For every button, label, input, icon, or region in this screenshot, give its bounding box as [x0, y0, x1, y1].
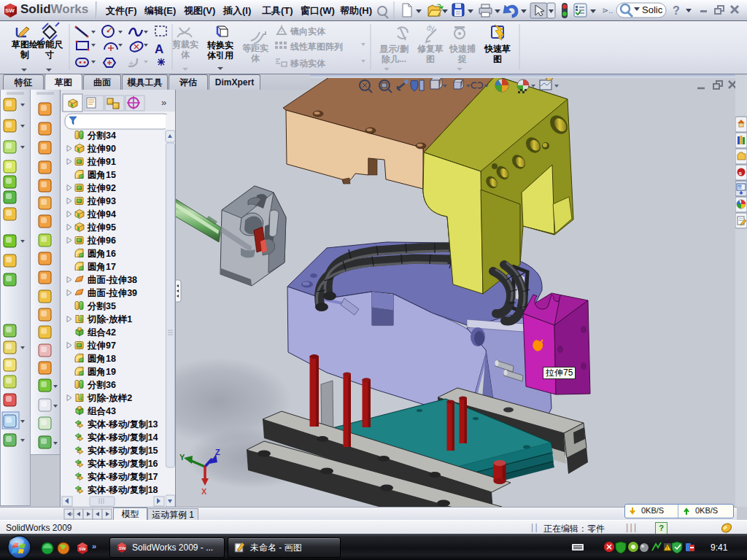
- svg-text:切除-放样2: 切除-放样2: [87, 393, 132, 403]
- svg-text:实体-移动/复制16: 实体-移动/复制16: [88, 458, 158, 469]
- svg-text:圆角17: 圆角17: [88, 262, 116, 272]
- svg-text:Z: Z: [215, 448, 220, 456]
- svg-text:实体-移动/复制13: 实体-移动/复制13: [88, 419, 158, 429]
- svg-text:切除-放样1: 切除-放样1: [87, 314, 132, 324]
- svg-text:分割35: 分割35: [87, 301, 116, 311]
- svg-text:Y: Y: [179, 453, 185, 462]
- svg-text:圆角18: 圆角18: [88, 354, 116, 364]
- svg-text:»: »: [92, 542, 96, 551]
- svg-text:拉伸93: 拉伸93: [87, 196, 116, 206]
- svg-text:拉伸95: 拉伸95: [87, 222, 116, 233]
- svg-text:SW: SW: [119, 545, 126, 551]
- svg-text:!: !: [667, 545, 668, 551]
- svg-text:s: s: [739, 170, 743, 176]
- svg-text:SW: SW: [79, 547, 86, 551]
- svg-text:曲面-拉伸38: 曲面-拉伸38: [88, 275, 137, 285]
- svg-text:拉伸90: 拉伸90: [87, 144, 116, 154]
- svg-text:拉伸96: 拉伸96: [87, 236, 116, 246]
- svg-text:拉伸92: 拉伸92: [87, 183, 116, 193]
- svg-text:实体-移动/复制18: 实体-移动/复制18: [88, 484, 158, 495]
- svg-text:A: A: [155, 42, 163, 56]
- svg-text:?: ?: [673, 4, 680, 17]
- svg-text:实体-移动/复制14: 实体-移动/复制14: [88, 432, 158, 443]
- svg-text:»: »: [161, 97, 166, 108]
- svg-text:拉伸94: 拉伸94: [87, 209, 116, 219]
- svg-text:拉伸97: 拉伸97: [87, 341, 116, 351]
- svg-text:dy: dy: [427, 24, 435, 32]
- svg-text:实体-移动/复制15: 实体-移动/复制15: [88, 445, 158, 456]
- svg-text:9:41: 9:41: [711, 542, 728, 553]
- svg-text:曲面-拉伸39: 曲面-拉伸39: [88, 288, 137, 298]
- svg-text:SW: SW: [5, 7, 15, 14]
- svg-text:Solic: Solic: [642, 4, 663, 15]
- svg-text:组合43: 组合43: [87, 406, 116, 416]
- svg-text:分割34: 分割34: [87, 131, 116, 141]
- svg-text:分割36: 分割36: [87, 380, 116, 390]
- svg-text:圆角19: 圆角19: [88, 367, 116, 377]
- svg-text:圆角15: 圆角15: [88, 170, 116, 180]
- svg-text:圆角16: 圆角16: [88, 249, 116, 259]
- svg-text:实体-移动/复制17: 实体-移动/复制17: [88, 471, 158, 482]
- svg-text:组合42: 组合42: [87, 327, 116, 338]
- svg-text:⋗..: ⋗..: [602, 6, 613, 15]
- svg-text:X: X: [201, 487, 207, 496]
- svg-text:拉伸91: 拉伸91: [87, 157, 116, 167]
